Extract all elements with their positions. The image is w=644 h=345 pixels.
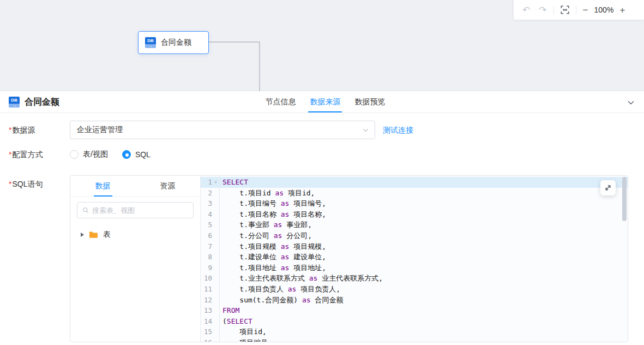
zoom-in-button[interactable]: + [619, 5, 625, 15]
code-text: t.项目编号 as 项目编号, [219, 198, 326, 209]
code-line-15[interactable]: 15 项目id, [201, 326, 628, 337]
fold-icon[interactable]: v [212, 177, 219, 188]
panel-header: DB → 合同金额 节点信息数据来源数据预览 [0, 92, 644, 113]
code-token: sum(t.合同金额) [222, 296, 302, 304]
chevron-down-icon [627, 98, 635, 107]
code-line-6[interactable]: 6 t.分公司 as 分公司, [201, 230, 628, 241]
code-token: 分公司, [282, 231, 312, 240]
radio-icon[interactable] [122, 150, 131, 159]
code-token: 事业部, [282, 221, 312, 229]
table-search-box[interactable] [77, 202, 194, 218]
code-line-11[interactable]: 11 t.项目负责人 as 项目负责人, [201, 284, 628, 295]
code-text: FROM [219, 305, 239, 316]
expand-icon [604, 184, 612, 192]
code-text: sum(t.合同金额) as 合同金额 [219, 295, 343, 306]
code-token: t.业主代表联系方式 [222, 274, 309, 282]
code-line-8[interactable]: 8 t.建设单位 as 建设单位, [201, 252, 628, 263]
panel-tab-0[interactable]: 节点信息 [265, 92, 296, 112]
sql-code-editor[interactable]: 1vSELECT2 t.项目id as 项目id,3 t.项目编号 as 项目编… [201, 176, 628, 342]
datasource-select[interactable]: 企业运营管理 [70, 121, 375, 139]
code-line-14[interactable]: 14(SELECT [201, 316, 628, 327]
fit-view-button[interactable] [561, 5, 569, 14]
code-token: 项目编号 [222, 338, 268, 342]
zoom-level: 100% [593, 5, 614, 14]
arrow-right-icon: → [9, 104, 20, 108]
node-contract-amount[interactable]: DB → 合同金额 [138, 31, 209, 54]
line-gutter: 2 [201, 188, 219, 199]
code-text: t.项目名称 as 项目名称, [219, 209, 326, 220]
line-gutter: 7 [201, 241, 219, 252]
code-token: as [275, 189, 284, 197]
code-token: FROM [222, 306, 239, 314]
code-line-5[interactable]: 5 t.事业部 as 事业部, [201, 219, 628, 230]
code-token: as [274, 231, 282, 240]
required-mark: * [9, 180, 11, 188]
config-mode-row: *配置方式 表/视图SQL [0, 149, 644, 160]
test-connection-link[interactable]: 测试连接 [383, 121, 413, 139]
datasource-row: *数据源 企业运营管理 测试连接 [0, 121, 644, 139]
line-gutter: 14 [201, 316, 219, 327]
browser-tab-0[interactable]: 数据 [70, 176, 135, 196]
line-number: 11 [201, 284, 212, 295]
collapse-panel-button[interactable] [627, 98, 635, 109]
line-number: 13 [201, 305, 212, 316]
code-token: as [274, 221, 282, 229]
code-token: ( [222, 317, 227, 325]
line-gutter: 3 [201, 198, 219, 209]
object-browser: 数据资源 [70, 176, 201, 342]
code-token: 业主代表联系方式, [317, 274, 383, 282]
code-line-4[interactable]: 4 t.项目名称 as 项目名称, [201, 209, 628, 220]
editor-scrollbar[interactable] [622, 177, 627, 221]
code-token: 项目id, [222, 328, 267, 336]
code-line-1[interactable]: 1vSELECT [201, 177, 628, 188]
radio-icon[interactable] [70, 150, 79, 159]
flow-canvas[interactable]: DB → 合同金额 ↶ ↷ − 100% [0, 0, 644, 91]
radio-option-1[interactable]: SQL [122, 150, 151, 159]
line-gutter: 15 [201, 326, 219, 337]
browser-tab-1[interactable]: 资源 [135, 176, 200, 196]
expand-arrow-icon[interactable] [81, 233, 84, 237]
code-line-16[interactable]: 16 项目编号 [201, 337, 628, 342]
zoom-out-button[interactable]: − [583, 5, 588, 15]
code-text: t.项目负责人 as 项目负责人, [219, 284, 340, 295]
config-form: *数据源 企业运营管理 测试连接 *配置方式 表/视图SQL [0, 113, 644, 342]
required-mark: * [9, 126, 11, 134]
code-token: t.分公司 [222, 231, 274, 240]
code-line-2[interactable]: 2 t.项目id as 项目id, [201, 188, 628, 199]
code-line-12[interactable]: 12 sum(t.合同金额) as 合同金额 [201, 295, 628, 306]
node-label: 合同金额 [161, 38, 191, 47]
radio-dot [125, 153, 129, 157]
code-line-13[interactable]: 13FROM [201, 305, 628, 316]
line-gutter: 12 [201, 295, 219, 306]
code-text: t.建设单位 as 建设单位, [219, 252, 326, 263]
code-token: as [281, 210, 290, 218]
redo-button[interactable]: ↷ [539, 5, 546, 15]
radio-option-label: SQL [135, 150, 151, 159]
code-token: as [309, 274, 318, 282]
code-line-9[interactable]: 9 t.项目地址 as 项目地址, [201, 263, 628, 273]
fullscreen-button[interactable] [600, 180, 616, 195]
code-line-3[interactable]: 3 t.项目编号 as 项目编号, [201, 198, 628, 209]
radio-option-0[interactable]: 表/视图 [70, 150, 108, 159]
search-icon [82, 206, 89, 214]
code-token: as [281, 253, 290, 261]
code-token: 项目名称, [289, 210, 326, 218]
code-text: (SELECT [219, 316, 252, 327]
code-line-10[interactable]: 10 t.业主代表联系方式 as 业主代表联系方式, [201, 273, 628, 284]
line-gutter: 16 [201, 337, 219, 342]
panel-tab-2[interactable]: 数据预览 [354, 92, 385, 112]
tree-item-tables[interactable]: 表 [70, 227, 200, 242]
toolbar-divider [553, 6, 554, 14]
panel-title: 合同金额 [25, 97, 59, 108]
code-text: t.业主代表联系方式 as 业主代表联系方式, [219, 273, 383, 284]
code-token: as [281, 242, 290, 251]
code-token: 项目负责人, [296, 285, 340, 293]
code-line-7[interactable]: 7 t.项目规模 as 项目规模, [201, 241, 628, 252]
undo-button[interactable]: ↶ [522, 5, 530, 15]
code-token: t.项目编号 [222, 199, 281, 207]
table-search-input[interactable] [92, 206, 188, 215]
panel-tab-1[interactable]: 数据来源 [310, 92, 340, 112]
line-number: 2 [201, 188, 212, 199]
line-number: 8 [201, 252, 212, 263]
chevron-down-icon [362, 127, 369, 134]
